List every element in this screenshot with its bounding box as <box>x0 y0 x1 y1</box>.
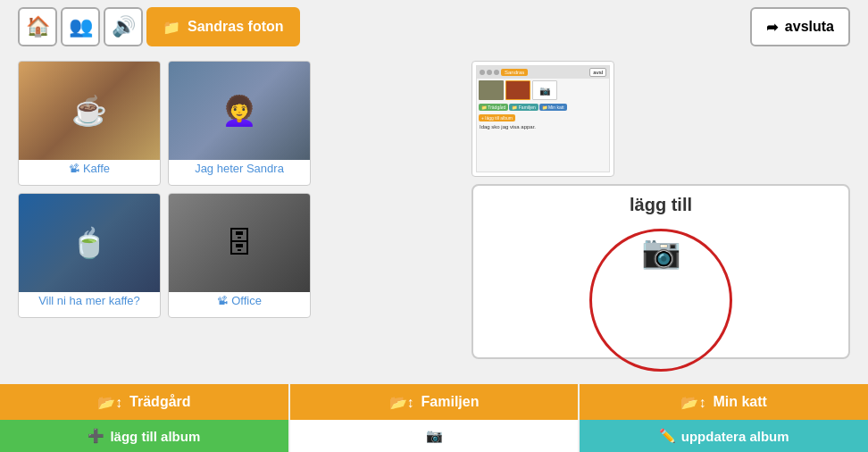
sound-icon: 🔊 <box>112 15 136 38</box>
middle-spacer <box>320 61 463 359</box>
photo-label-kaffe: 📽 Kaffe <box>19 160 160 177</box>
folder-icon: 📁 <box>163 19 180 36</box>
users-icon: 👥 <box>69 15 93 38</box>
exit-label: avsluta <box>785 19 834 35</box>
photo-label-jag: Jag heter Sandra <box>169 160 310 177</box>
home-button[interactable]: 🏠 <box>18 7 57 46</box>
preview-thumbnail: Sandras avsl 📷 📁 Trädgård 📁 Familjen 📁 M… <box>472 61 614 177</box>
preview-tag-3: 📁 Min katt <box>539 104 567 111</box>
camera-action-button[interactable]: 📷 <box>290 420 580 452</box>
photo-image-kaffe: ☕ <box>19 62 160 160</box>
camera-action-icon: 📷 <box>426 428 443 444</box>
preview-inner: Sandras avsl 📷 📁 Trädgård 📁 Familjen 📁 M… <box>476 65 610 172</box>
album-tab-tradgard[interactable]: 📂↕ Trädgård <box>0 384 290 420</box>
preview-photo-1 <box>479 80 504 100</box>
preview-dot-1 <box>480 70 485 75</box>
album-label: Sandras foton <box>188 19 284 35</box>
add-panel-title: lägg till <box>630 195 692 215</box>
update-album-label: uppdatera album <box>681 429 789 444</box>
photo-item-kaffe[interactable]: ☕ 📽 Kaffe <box>18 61 161 186</box>
photo-image-vill: 🍵 <box>19 194 160 292</box>
film-icon-office: 📽 <box>217 295 228 307</box>
photo-item-office[interactable]: 🗄 📽 Office <box>168 193 311 318</box>
album-tabs: 📂↕ Trädgård 📂↕ Familjen 📂↕ Min katt <box>0 384 868 420</box>
add-album-icon: ➕ <box>88 428 104 444</box>
folder-sort-icon-2: 📂↕ <box>389 394 414 411</box>
preview-tags-row: 📁 Trädgård 📁 Familjen 📁 Min katt <box>477 102 609 113</box>
add-album-label: lägg till album <box>110 429 200 444</box>
bottom-row: 📂↕ Trädgård 📂↕ Familjen 📂↕ Min katt ➕ lä… <box>0 384 868 452</box>
right-panel: Sandras avsl 📷 📁 Trädgård 📁 Familjen 📁 M… <box>472 61 850 359</box>
album-tab-min-katt-label: Min katt <box>713 394 766 410</box>
preview-tag-2: 📁 Familjen <box>509 104 538 111</box>
album-tab-tradgard-label: Trädgård <box>129 394 190 410</box>
album-button[interactable]: 📁 Sandras foton <box>146 7 300 46</box>
preview-tags-row-2: + lägg till album <box>477 113 609 123</box>
nav-left-buttons: 🏠 👥 🔊 📁 Sandras foton <box>18 7 300 46</box>
folder-sort-icon-1: 📂↕ <box>97 394 122 411</box>
preview-album-btn: Sandras <box>501 69 528 76</box>
preview-tag-add: + lägg till album <box>479 114 515 121</box>
album-tab-familjen[interactable]: 📂↕ Familjen <box>290 384 580 420</box>
preview-photos-row: 📷 <box>477 79 609 102</box>
users-button[interactable]: 👥 <box>61 7 100 46</box>
photo-image-jag: 👩‍🦱 <box>169 62 310 160</box>
photo-label-office: 📽 Office <box>169 292 310 309</box>
main-content: ☕ 📽 Kaffe 👩‍🦱 Jag heter Sandra 🍵 Vill ni… <box>0 54 868 366</box>
exit-arrow-icon: ➦ <box>766 19 778 36</box>
album-tab-min-katt[interactable]: 📂↕ Min katt <box>580 384 868 420</box>
preview-exit-small: avsl <box>589 68 606 77</box>
photo-grid: ☕ 📽 Kaffe 👩‍🦱 Jag heter Sandra 🍵 Vill ni… <box>18 61 311 359</box>
photo-image-office: 🗄 <box>169 194 310 292</box>
preview-camera-small: 📷 <box>532 80 557 100</box>
film-icon-kaffe: 📽 <box>69 163 79 175</box>
preview-status-text: Idag sko jag visa appar. <box>477 123 609 130</box>
add-album-button[interactable]: ➕ lägg till album <box>0 420 290 452</box>
preview-dot-3 <box>494 70 499 75</box>
album-actions: ➕ lägg till album 📷 ✏️ uppdatera album <box>0 420 868 452</box>
preview-dot-2 <box>487 70 492 75</box>
preview-nav-bar: Sandras avsl <box>477 66 609 79</box>
album-tab-familjen-label: Familjen <box>421 394 480 410</box>
folder-sort-icon-3: 📂↕ <box>680 394 705 411</box>
photo-item-jag-heter[interactable]: 👩‍🦱 Jag heter Sandra <box>168 61 311 186</box>
top-navigation: 🏠 👥 🔊 📁 Sandras foton ➦ avsluta <box>0 0 868 54</box>
photo-item-vill-ni[interactable]: 🍵 Vill ni ha mer kaffe? <box>18 193 161 318</box>
home-icon: 🏠 <box>26 15 50 38</box>
preview-tag-1: 📁 Trädgård <box>479 104 508 111</box>
exit-button[interactable]: ➦ avsluta <box>750 7 850 46</box>
sound-button[interactable]: 🔊 <box>104 7 143 46</box>
add-panel: lägg till 📷 <box>472 184 850 359</box>
update-album-button[interactable]: ✏️ uppdatera album <box>580 420 868 452</box>
photo-label-vill: Vill ni ha mer kaffe? <box>19 292 160 309</box>
add-photo-button[interactable]: 📷 <box>641 233 681 271</box>
preview-photo-2 <box>505 80 530 100</box>
update-album-icon: ✏️ <box>659 428 676 444</box>
